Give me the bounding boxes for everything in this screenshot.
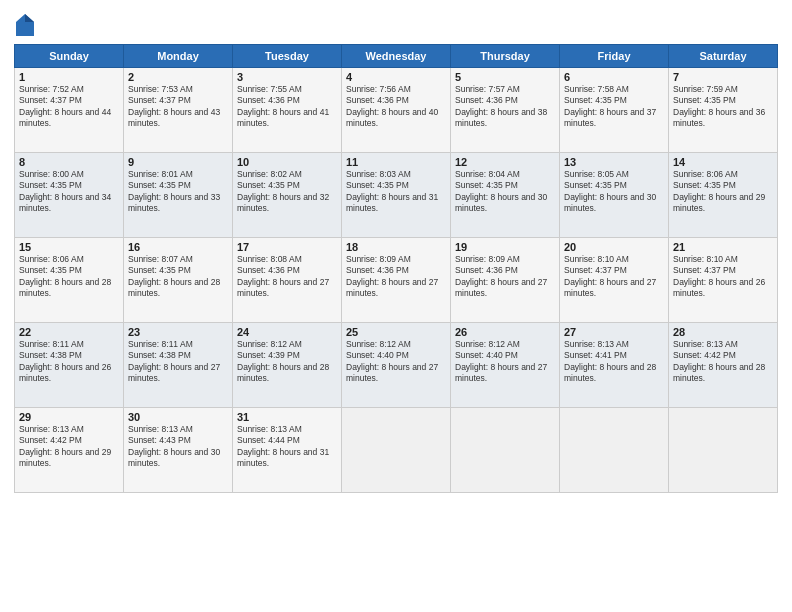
weekday-thursday: Thursday	[451, 44, 560, 67]
day-number: 16	[128, 241, 228, 253]
calendar-cell: 7Sunrise: 7:59 AMSunset: 4:35 PMDaylight…	[669, 67, 778, 152]
day-info: Sunrise: 8:12 AMSunset: 4:39 PMDaylight:…	[237, 339, 337, 385]
day-info: Sunrise: 8:09 AMSunset: 4:36 PMDaylight:…	[455, 254, 555, 300]
calendar-cell: 23Sunrise: 8:11 AMSunset: 4:38 PMDayligh…	[124, 322, 233, 407]
calendar-cell: 20Sunrise: 8:10 AMSunset: 4:37 PMDayligh…	[560, 237, 669, 322]
calendar-cell: 27Sunrise: 8:13 AMSunset: 4:41 PMDayligh…	[560, 322, 669, 407]
calendar-table: SundayMondayTuesdayWednesdayThursdayFrid…	[14, 44, 778, 493]
calendar-cell: 10Sunrise: 8:02 AMSunset: 4:35 PMDayligh…	[233, 152, 342, 237]
day-number: 14	[673, 156, 773, 168]
calendar-cell: 11Sunrise: 8:03 AMSunset: 4:35 PMDayligh…	[342, 152, 451, 237]
weekday-tuesday: Tuesday	[233, 44, 342, 67]
calendar-cell: 17Sunrise: 8:08 AMSunset: 4:36 PMDayligh…	[233, 237, 342, 322]
day-info: Sunrise: 7:59 AMSunset: 4:35 PMDaylight:…	[673, 84, 773, 130]
day-number: 28	[673, 326, 773, 338]
calendar-cell: 28Sunrise: 8:13 AMSunset: 4:42 PMDayligh…	[669, 322, 778, 407]
day-info: Sunrise: 8:12 AMSunset: 4:40 PMDaylight:…	[346, 339, 446, 385]
day-info: Sunrise: 8:08 AMSunset: 4:36 PMDaylight:…	[237, 254, 337, 300]
calendar-cell: 3Sunrise: 7:55 AMSunset: 4:36 PMDaylight…	[233, 67, 342, 152]
calendar-week-1: 1Sunrise: 7:52 AMSunset: 4:37 PMDaylight…	[15, 67, 778, 152]
day-info: Sunrise: 8:04 AMSunset: 4:35 PMDaylight:…	[455, 169, 555, 215]
calendar-cell: 4Sunrise: 7:56 AMSunset: 4:36 PMDaylight…	[342, 67, 451, 152]
day-number: 8	[19, 156, 119, 168]
day-info: Sunrise: 8:06 AMSunset: 4:35 PMDaylight:…	[19, 254, 119, 300]
day-info: Sunrise: 8:11 AMSunset: 4:38 PMDaylight:…	[128, 339, 228, 385]
day-info: Sunrise: 8:02 AMSunset: 4:35 PMDaylight:…	[237, 169, 337, 215]
day-number: 1	[19, 71, 119, 83]
calendar-cell: 2Sunrise: 7:53 AMSunset: 4:37 PMDaylight…	[124, 67, 233, 152]
day-number: 23	[128, 326, 228, 338]
day-number: 22	[19, 326, 119, 338]
day-info: Sunrise: 7:53 AMSunset: 4:37 PMDaylight:…	[128, 84, 228, 130]
day-info: Sunrise: 8:10 AMSunset: 4:37 PMDaylight:…	[673, 254, 773, 300]
calendar-cell: 31Sunrise: 8:13 AMSunset: 4:44 PMDayligh…	[233, 407, 342, 492]
day-info: Sunrise: 7:58 AMSunset: 4:35 PMDaylight:…	[564, 84, 664, 130]
calendar-week-5: 29Sunrise: 8:13 AMSunset: 4:42 PMDayligh…	[15, 407, 778, 492]
weekday-sunday: Sunday	[15, 44, 124, 67]
day-info: Sunrise: 8:13 AMSunset: 4:43 PMDaylight:…	[128, 424, 228, 470]
logo-icon	[16, 14, 34, 36]
calendar-cell: 16Sunrise: 8:07 AMSunset: 4:35 PMDayligh…	[124, 237, 233, 322]
day-info: Sunrise: 8:11 AMSunset: 4:38 PMDaylight:…	[19, 339, 119, 385]
calendar-cell: 24Sunrise: 8:12 AMSunset: 4:39 PMDayligh…	[233, 322, 342, 407]
calendar-cell: 25Sunrise: 8:12 AMSunset: 4:40 PMDayligh…	[342, 322, 451, 407]
calendar-cell	[451, 407, 560, 492]
day-info: Sunrise: 8:01 AMSunset: 4:35 PMDaylight:…	[128, 169, 228, 215]
day-number: 4	[346, 71, 446, 83]
calendar-cell: 15Sunrise: 8:06 AMSunset: 4:35 PMDayligh…	[15, 237, 124, 322]
day-info: Sunrise: 7:52 AMSunset: 4:37 PMDaylight:…	[19, 84, 119, 130]
calendar-cell: 6Sunrise: 7:58 AMSunset: 4:35 PMDaylight…	[560, 67, 669, 152]
weekday-monday: Monday	[124, 44, 233, 67]
day-number: 26	[455, 326, 555, 338]
day-info: Sunrise: 8:13 AMSunset: 4:41 PMDaylight:…	[564, 339, 664, 385]
calendar-cell: 30Sunrise: 8:13 AMSunset: 4:43 PMDayligh…	[124, 407, 233, 492]
calendar-cell: 22Sunrise: 8:11 AMSunset: 4:38 PMDayligh…	[15, 322, 124, 407]
day-info: Sunrise: 8:12 AMSunset: 4:40 PMDaylight:…	[455, 339, 555, 385]
day-info: Sunrise: 8:13 AMSunset: 4:42 PMDaylight:…	[673, 339, 773, 385]
day-number: 19	[455, 241, 555, 253]
calendar-cell: 19Sunrise: 8:09 AMSunset: 4:36 PMDayligh…	[451, 237, 560, 322]
calendar-cell: 5Sunrise: 7:57 AMSunset: 4:36 PMDaylight…	[451, 67, 560, 152]
day-number: 5	[455, 71, 555, 83]
day-info: Sunrise: 7:57 AMSunset: 4:36 PMDaylight:…	[455, 84, 555, 130]
svg-marker-1	[25, 14, 34, 22]
day-info: Sunrise: 8:05 AMSunset: 4:35 PMDaylight:…	[564, 169, 664, 215]
calendar-cell: 18Sunrise: 8:09 AMSunset: 4:36 PMDayligh…	[342, 237, 451, 322]
day-info: Sunrise: 8:13 AMSunset: 4:44 PMDaylight:…	[237, 424, 337, 470]
day-number: 20	[564, 241, 664, 253]
day-info: Sunrise: 8:00 AMSunset: 4:35 PMDaylight:…	[19, 169, 119, 215]
day-info: Sunrise: 8:07 AMSunset: 4:35 PMDaylight:…	[128, 254, 228, 300]
calendar-week-2: 8Sunrise: 8:00 AMSunset: 4:35 PMDaylight…	[15, 152, 778, 237]
calendar-cell	[560, 407, 669, 492]
page-header	[14, 10, 778, 40]
day-info: Sunrise: 7:55 AMSunset: 4:36 PMDaylight:…	[237, 84, 337, 130]
day-number: 21	[673, 241, 773, 253]
day-info: Sunrise: 8:06 AMSunset: 4:35 PMDaylight:…	[673, 169, 773, 215]
calendar-cell: 29Sunrise: 8:13 AMSunset: 4:42 PMDayligh…	[15, 407, 124, 492]
day-info: Sunrise: 8:10 AMSunset: 4:37 PMDaylight:…	[564, 254, 664, 300]
day-number: 3	[237, 71, 337, 83]
day-number: 13	[564, 156, 664, 168]
day-number: 31	[237, 411, 337, 423]
day-number: 15	[19, 241, 119, 253]
day-number: 12	[455, 156, 555, 168]
calendar-cell: 13Sunrise: 8:05 AMSunset: 4:35 PMDayligh…	[560, 152, 669, 237]
calendar-cell	[669, 407, 778, 492]
day-info: Sunrise: 8:03 AMSunset: 4:35 PMDaylight:…	[346, 169, 446, 215]
calendar-week-4: 22Sunrise: 8:11 AMSunset: 4:38 PMDayligh…	[15, 322, 778, 407]
day-number: 6	[564, 71, 664, 83]
weekday-saturday: Saturday	[669, 44, 778, 67]
day-number: 17	[237, 241, 337, 253]
day-info: Sunrise: 7:56 AMSunset: 4:36 PMDaylight:…	[346, 84, 446, 130]
day-number: 25	[346, 326, 446, 338]
calendar-week-3: 15Sunrise: 8:06 AMSunset: 4:35 PMDayligh…	[15, 237, 778, 322]
day-number: 27	[564, 326, 664, 338]
weekday-wednesday: Wednesday	[342, 44, 451, 67]
day-number: 7	[673, 71, 773, 83]
day-number: 2	[128, 71, 228, 83]
calendar-cell: 1Sunrise: 7:52 AMSunset: 4:37 PMDaylight…	[15, 67, 124, 152]
weekday-header-row: SundayMondayTuesdayWednesdayThursdayFrid…	[15, 44, 778, 67]
calendar-cell: 8Sunrise: 8:00 AMSunset: 4:35 PMDaylight…	[15, 152, 124, 237]
calendar-cell: 9Sunrise: 8:01 AMSunset: 4:35 PMDaylight…	[124, 152, 233, 237]
calendar-cell: 21Sunrise: 8:10 AMSunset: 4:37 PMDayligh…	[669, 237, 778, 322]
